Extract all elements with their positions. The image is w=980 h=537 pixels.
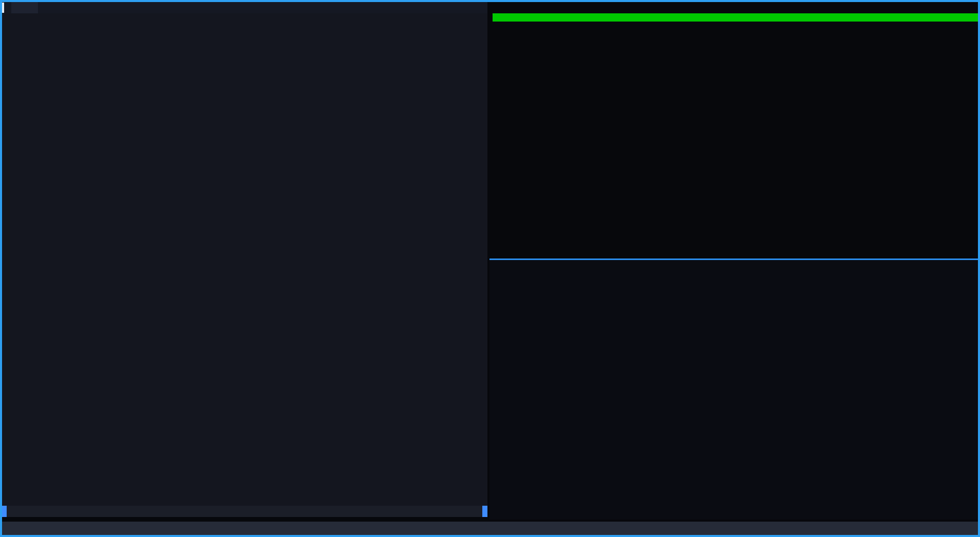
tabline-indicator <box>2 3 4 13</box>
code-area[interactable] <box>2 13 487 506</box>
desktop <box>0 0 980 537</box>
editor-tabline <box>2 2 487 13</box>
htop-function-keys <box>493 25 980 33</box>
terminal-pane[interactable] <box>489 260 978 520</box>
process-table-header[interactable] <box>493 13 980 22</box>
mode-indicator-block <box>2 506 7 517</box>
prompt-line <box>489 264 978 277</box>
editor-tab[interactable] <box>11 2 38 13</box>
tmux-status-bar <box>2 522 978 535</box>
htop-pane[interactable] <box>493 2 980 258</box>
editor-pane <box>2 2 487 517</box>
editor-statusline <box>2 506 487 517</box>
prompt-input-line[interactable] <box>489 279 978 291</box>
statusline-end-block <box>482 506 487 517</box>
